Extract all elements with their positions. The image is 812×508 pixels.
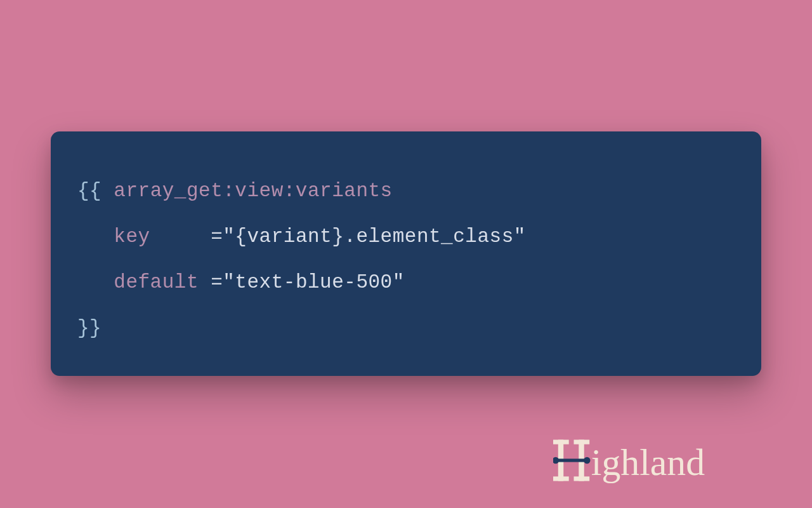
code-open-delimiter: {{	[77, 180, 102, 202]
code-attr-value: "text-blue-500"	[223, 271, 405, 293]
svg-point-10	[584, 458, 589, 463]
svg-rect-2	[553, 440, 569, 444]
code-attr-value: "{variant}.element_class"	[223, 225, 526, 248]
code-tag-name: array_get:view:variants	[114, 180, 392, 202]
svg-rect-3	[574, 440, 590, 444]
code-close-delimiter: }}	[77, 317, 102, 339]
code-card: {{ array_get:view:variants key ="{varian…	[51, 131, 761, 376]
highland-logo-icon: ighland	[553, 436, 784, 485]
svg-rect-4	[553, 476, 569, 481]
svg-rect-8	[556, 458, 587, 462]
svg-point-9	[553, 458, 558, 463]
code-attr-name: key	[114, 225, 150, 248]
svg-rect-5	[574, 476, 590, 481]
code-block: {{ array_get:view:variants key ="{varian…	[77, 168, 735, 351]
brand-logo: ighland	[553, 436, 784, 485]
code-equals: =	[211, 225, 223, 248]
code-attr-name: default	[114, 271, 199, 293]
brand-logo-text: ighland	[591, 441, 705, 483]
code-equals: =	[211, 271, 223, 293]
